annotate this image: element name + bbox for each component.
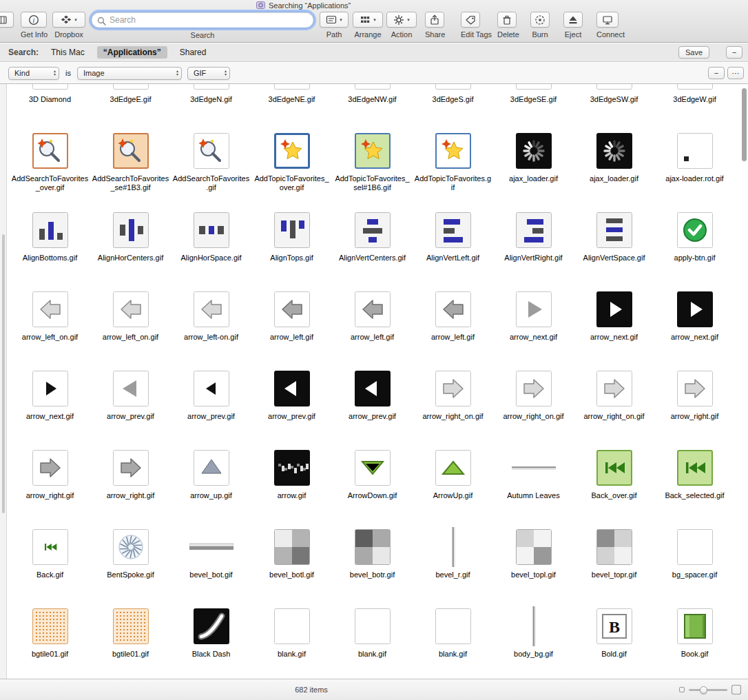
bold-b-icon[interactable]: B bbox=[592, 608, 636, 644]
file-item[interactable]: BBold.gif bbox=[574, 600, 654, 679]
vline-icon[interactable] bbox=[512, 608, 556, 644]
sliver-icon[interactable] bbox=[189, 84, 233, 90]
file-item[interactable]: Black Dash bbox=[171, 600, 251, 679]
remove-criterion-button[interactable]: − bbox=[708, 67, 725, 79]
file-item[interactable]: Autumn Leaves bbox=[493, 442, 574, 521]
file-item[interactable]: 3dEdgeS.gif bbox=[413, 84, 493, 125]
file-item[interactable]: bg_spacer.gif bbox=[654, 521, 735, 600]
file-item[interactable]: AlignVertRight.gif bbox=[493, 204, 574, 283]
file-item[interactable]: blank.gif bbox=[332, 600, 413, 679]
tri-up-green-icon[interactable] bbox=[431, 450, 475, 486]
sliver-icon[interactable] bbox=[109, 84, 153, 90]
apply-check-icon[interactable] bbox=[673, 212, 717, 248]
file-item[interactable]: bevel_bot.gif bbox=[171, 521, 251, 600]
quad-botr-icon[interactable] bbox=[351, 529, 395, 565]
file-item[interactable]: AddSearchToFavorites.gif bbox=[171, 125, 251, 204]
search-star-over-icon[interactable] bbox=[28, 133, 72, 169]
file-item[interactable]: AddTopicToFavorites.gif bbox=[413, 125, 493, 204]
criteria-format-popup[interactable]: GIF ▴▾ bbox=[187, 67, 230, 80]
arrow-left-outline-icon[interactable] bbox=[189, 291, 233, 327]
spinner-icon[interactable] bbox=[512, 133, 556, 169]
rewind-white-icon[interactable] bbox=[28, 529, 72, 565]
file-item[interactable]: Back_over.gif bbox=[574, 442, 654, 521]
file-item[interactable]: AlignVertCenters.gif bbox=[332, 204, 413, 283]
file-item[interactable]: arrow_prev.gif bbox=[171, 362, 251, 442]
file-item[interactable]: arrow.gif bbox=[251, 442, 332, 521]
quad-topr-icon[interactable] bbox=[592, 529, 636, 565]
arrow-right-outline-icon[interactable] bbox=[512, 371, 556, 406]
file-item[interactable]: ArrowDown.gif bbox=[332, 442, 413, 521]
arrow-left-outline-icon[interactable] bbox=[28, 291, 72, 327]
vline-icon[interactable] bbox=[431, 529, 475, 565]
file-item[interactable]: arrow_next.gif bbox=[574, 283, 654, 362]
file-item[interactable]: bevel_topr.gif bbox=[574, 521, 654, 600]
empty-icon[interactable] bbox=[673, 529, 717, 565]
align-vertleft-icon[interactable] bbox=[431, 212, 475, 248]
arrow-right-outline-icon[interactable] bbox=[592, 371, 636, 406]
sliver-icon[interactable] bbox=[270, 84, 314, 90]
arrow-left-gray-icon[interactable] bbox=[431, 291, 475, 327]
get-info-button[interactable]: i bbox=[21, 12, 47, 28]
file-item[interactable]: arrow_up.gif bbox=[171, 442, 251, 521]
scope-applications-selected[interactable]: “Applications” bbox=[97, 46, 167, 59]
align-tops-icon[interactable] bbox=[270, 212, 314, 248]
collapse-criteria-button[interactable]: − bbox=[726, 46, 742, 59]
file-item[interactable]: AddTopicToFavorites_over.gif bbox=[251, 125, 332, 204]
quad-botl-icon[interactable] bbox=[270, 529, 314, 565]
dotted-tan-icon[interactable] bbox=[109, 608, 153, 644]
play-left-inv-icon[interactable] bbox=[351, 371, 395, 406]
align-vertspace-icon[interactable] bbox=[592, 212, 636, 248]
play-right-inv-icon[interactable] bbox=[592, 291, 636, 327]
edit-tags-button[interactable] bbox=[461, 12, 480, 28]
more-criteria-button[interactable]: ⋯ bbox=[727, 67, 744, 79]
hbar-icon[interactable] bbox=[189, 529, 233, 565]
file-item[interactable]: ajax-loader.rot.gif bbox=[654, 125, 735, 204]
sliver-icon[interactable] bbox=[431, 84, 475, 90]
scope-this-mac[interactable]: This Mac bbox=[51, 48, 85, 57]
file-item[interactable]: arrow_left.gif bbox=[413, 283, 493, 362]
file-item[interactable]: 3dEdgeSE.gif bbox=[493, 84, 574, 125]
file-item[interactable]: arrow_left_on.gif bbox=[90, 283, 171, 362]
file-item[interactable]: ajax_loader.gif bbox=[574, 125, 654, 204]
align-horspace-icon[interactable] bbox=[189, 212, 233, 248]
file-item[interactable]: bevel_topl.gif bbox=[493, 521, 574, 600]
arrow-right-outline-icon[interactable] bbox=[673, 371, 717, 406]
empty-icon[interactable] bbox=[270, 608, 314, 644]
file-item[interactable]: Back.gif bbox=[10, 521, 90, 600]
dot-corner-icon[interactable] bbox=[673, 133, 717, 169]
arrow-left-gray-icon[interactable] bbox=[270, 291, 314, 327]
sliver-icon[interactable] bbox=[351, 84, 395, 90]
dotted-tan-icon[interactable] bbox=[28, 608, 72, 644]
align-bottoms-icon[interactable] bbox=[28, 212, 72, 248]
file-item[interactable]: body_bg.gif bbox=[493, 600, 574, 679]
left-scrollbar-thumb[interactable] bbox=[2, 234, 5, 513]
file-item[interactable]: bevel_botl.gif bbox=[251, 521, 332, 600]
black-swoosh-icon[interactable] bbox=[189, 608, 233, 644]
delete-button[interactable] bbox=[497, 12, 517, 28]
align-horcenters-icon[interactable] bbox=[109, 212, 153, 248]
file-item[interactable]: blank.gif bbox=[413, 600, 493, 679]
align-vertcenters-icon[interactable] bbox=[351, 212, 395, 248]
file-item[interactable]: arrow_left-on.gif bbox=[171, 283, 251, 362]
file-item[interactable]: 3dEdgeE.gif bbox=[90, 84, 171, 125]
play-right-gray-icon[interactable] bbox=[512, 291, 556, 327]
arrow-right-gray-icon[interactable] bbox=[109, 450, 153, 486]
eject-button[interactable] bbox=[563, 12, 583, 28]
thin-hline-icon[interactable] bbox=[512, 450, 556, 486]
arrange-button[interactable]: ▾ bbox=[353, 12, 383, 28]
sliver-icon[interactable] bbox=[512, 84, 556, 90]
file-item[interactable]: apply-btn.gif bbox=[654, 204, 735, 283]
file-item[interactable]: bevel_botr.gif bbox=[332, 521, 413, 600]
file-item[interactable]: Back_selected.gif bbox=[654, 442, 735, 521]
search-input[interactable] bbox=[91, 12, 314, 28]
arrow-right-gray-icon[interactable] bbox=[28, 450, 72, 486]
file-item[interactable]: arrow_right.gif bbox=[90, 442, 171, 521]
file-item[interactable]: blank.gif bbox=[251, 600, 332, 679]
file-item[interactable]: BentSpoke.gif bbox=[90, 521, 171, 600]
quad-topl-icon[interactable] bbox=[512, 529, 556, 565]
file-item[interactable]: arrow_left.gif bbox=[332, 283, 413, 362]
file-item[interactable]: arrow_prev.gif bbox=[332, 362, 413, 442]
topic-star-icon[interactable] bbox=[431, 133, 475, 169]
burn-button[interactable] bbox=[530, 12, 550, 28]
connect-button[interactable] bbox=[596, 12, 619, 28]
